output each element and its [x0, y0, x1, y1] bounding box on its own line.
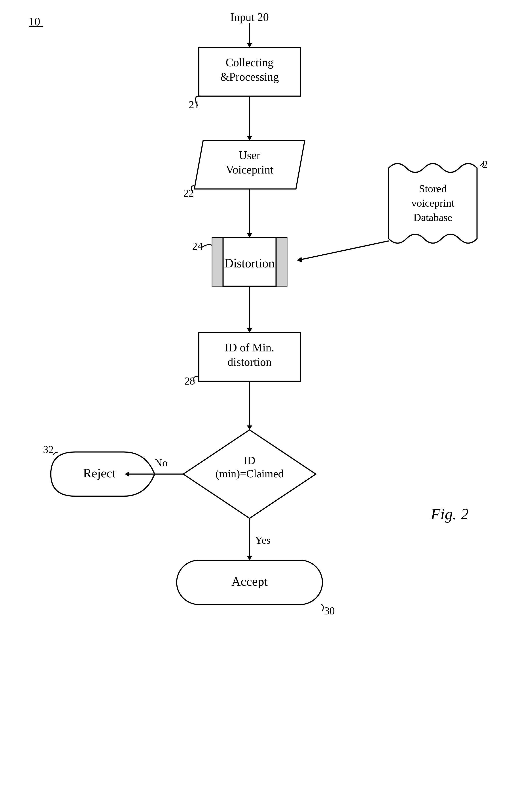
arrow-input-collecting	[247, 43, 252, 48]
yes-label: Yes	[255, 534, 270, 546]
input-label: Input 20	[230, 11, 269, 23]
svg-line-4	[300, 241, 389, 260]
accept-text: Accept	[231, 574, 268, 589]
diagram-label: 10	[29, 15, 40, 28]
ref-30: 30	[324, 605, 335, 617]
ref-30-line	[321, 605, 323, 611]
voiceprint-text-1: User	[239, 149, 260, 162]
distortion-left-bar	[212, 238, 223, 286]
ref-22: 22	[183, 187, 194, 199]
stored-text-1: Stored	[419, 183, 446, 195]
decision-text-1: ID	[244, 454, 255, 466]
no-label: No	[155, 457, 168, 468]
arrow-no	[125, 472, 129, 477]
diagram-container: 10 Input 20 Collecting &Processing 21 Us…	[0, 0, 532, 795]
ref-24-line	[202, 244, 212, 247]
collecting-text-1: Collecting	[226, 56, 273, 69]
collecting-text-2: &Processing	[220, 71, 279, 83]
stored-text-3: Database	[413, 211, 452, 223]
voiceprint-text-2: Voiceprint	[226, 163, 273, 176]
fig-label: Fig. 2	[431, 505, 469, 523]
reject-text: Reject	[83, 466, 116, 480]
distortion-right-bar	[276, 238, 287, 286]
ref-32: 32	[43, 444, 54, 455]
idmin-text-1: ID of Min.	[225, 341, 274, 354]
idmin-text-2: distortion	[227, 356, 271, 368]
arrow-voiceprint-distortion	[247, 233, 252, 238]
stored-text-2: voiceprint	[412, 197, 455, 209]
ref-24: 24	[192, 240, 203, 252]
ref-28: 28	[184, 375, 195, 387]
arrow-collecting-voiceprint	[247, 136, 252, 140]
distortion-text: Distortion	[224, 256, 274, 270]
arrow-distortion-idmin	[247, 328, 252, 333]
arrow-yes	[247, 556, 252, 560]
ref-32-line	[53, 452, 57, 455]
decision-text-2: (min)=Claimed	[215, 467, 284, 480]
ref-21: 21	[189, 99, 200, 111]
arrow-database-distortion	[297, 257, 302, 263]
